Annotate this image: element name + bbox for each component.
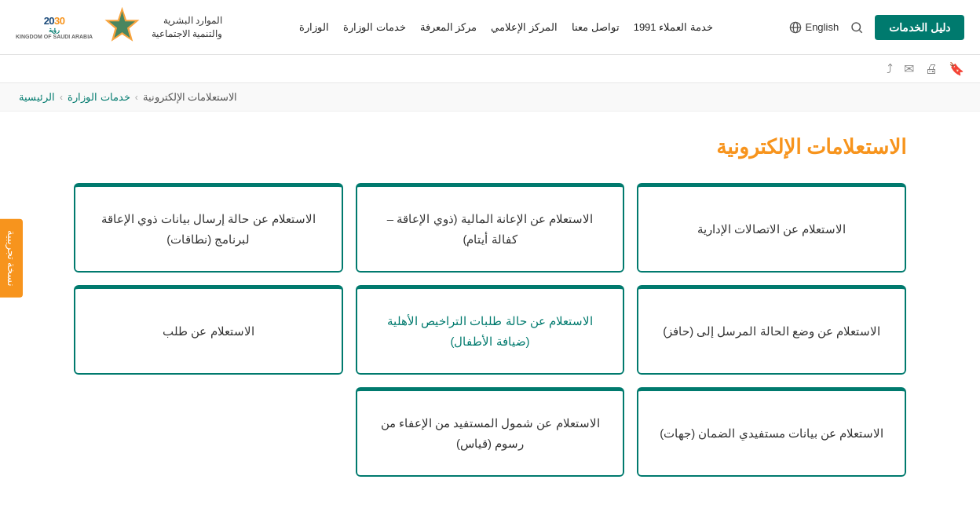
card-1[interactable]: الاستعلام عن الاتصالات الإدارية	[637, 183, 906, 273]
globe-icon	[789, 21, 802, 34]
ministry-name-text: الموارد البشرية والتنمية الاجتماعية	[152, 14, 222, 41]
card-8[interactable]: الاستعلام عن شمول المستفيد من الإعفاء من…	[356, 387, 625, 477]
vision2030-logo: 2030 رؤية KINGDOM OF SAUDI ARABIA	[16, 15, 93, 39]
card-4[interactable]: الاستعلام عن وضع الحالة المرسل إلى (حافز…	[637, 285, 906, 375]
breadcrumb-ministry-services[interactable]: خدمات الوزارة	[68, 91, 130, 103]
nav-media[interactable]: المركز الإعلامي	[491, 21, 558, 33]
print-icon[interactable]: 🖨	[925, 62, 938, 76]
nav-customer-service[interactable]: خدمة العملاء 1991	[634, 21, 713, 33]
main-content: الاستعلامات الإلكترونية الاستعلام عن الا…	[58, 112, 922, 508]
card-5[interactable]: الاستعلام عن حالة طلبات التراخيص الأهلية…	[356, 285, 625, 375]
share-icon[interactable]: ⤴	[887, 62, 893, 76]
search-area[interactable]	[850, 20, 864, 35]
side-tab-beta[interactable]: نسخة تجريبية	[0, 218, 23, 298]
card-7[interactable]: الاستعلام عن بيانات مستفيدي الضمان (جهات…	[637, 387, 906, 477]
bookmark-icon[interactable]: 🔖	[949, 61, 964, 76]
search-icon[interactable]	[850, 20, 864, 35]
svg-point-0	[852, 23, 861, 31]
toolbar: 🔖 🖨 ✉ ⤴	[0, 55, 980, 83]
nav-knowledge[interactable]: مركز المعرفة	[420, 21, 477, 33]
breadcrumb-sep-2: ›	[135, 92, 138, 103]
email-icon[interactable]: ✉	[904, 61, 914, 76]
cards-grid: الاستعلام عن الاتصالات الإداريةالاستعلام…	[74, 183, 906, 477]
main-nav: خدمة العملاء 1991 تواصل معنا المركز الإع…	[299, 21, 713, 33]
nav-ministry-services[interactable]: خدمات الوزارة	[343, 21, 406, 33]
language-toggle[interactable]: English	[789, 21, 839, 34]
breadcrumb-current: الاستعلامات الإلكترونية	[143, 91, 238, 103]
card-3[interactable]: الاستعلام عن حالة إرسال بيانات ذوي الإعا…	[74, 183, 343, 273]
breadcrumb-sep-1: ›	[60, 92, 63, 103]
nav-ministry[interactable]: الوزارة	[299, 21, 329, 33]
header-left: دليل الخدمات English	[789, 15, 964, 40]
logo-area: الموارد البشرية والتنمية الاجتماعية 2030…	[16, 5, 222, 49]
breadcrumb-home[interactable]: الرئيسية	[19, 91, 55, 103]
svg-line-1	[860, 30, 862, 32]
site-header: دليل الخدمات English خدمة العملاء 1991 ت…	[0, 0, 980, 55]
ministry-logo-icon	[101, 5, 144, 49]
nav-contact[interactable]: تواصل معنا	[572, 21, 620, 33]
card-6[interactable]: الاستعلام عن طلب	[74, 285, 343, 375]
card-2[interactable]: الاستعلام عن الإعانة المالية (ذوي الإعاق…	[356, 183, 625, 273]
services-guide-button[interactable]: دليل الخدمات	[875, 15, 964, 40]
breadcrumb: الاستعلامات الإلكترونية › خدمات الوزارة …	[0, 83, 980, 112]
page-title: الاستعلامات الإلكترونية	[74, 135, 906, 159]
